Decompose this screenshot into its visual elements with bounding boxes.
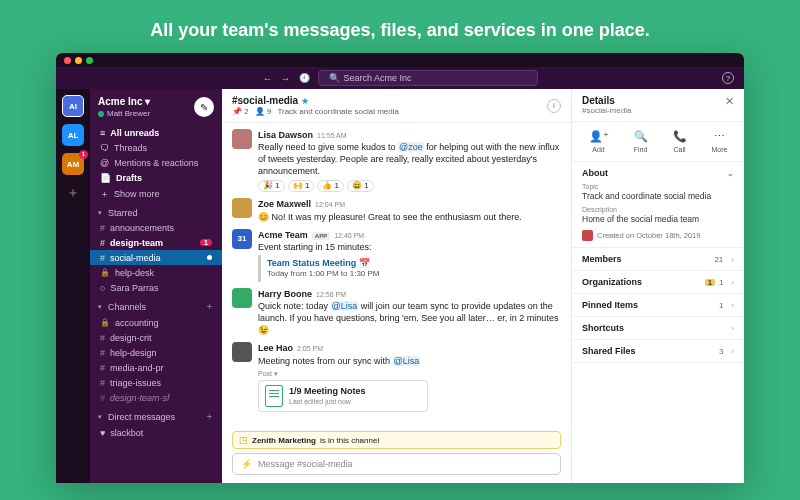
chevron-down-icon: ▾ <box>145 96 150 107</box>
search-input[interactable]: 🔍 Search Acme Inc <box>318 70 538 86</box>
details-title: Details <box>582 95 631 106</box>
drafts-icon: 📄 <box>100 173 111 183</box>
shared-files-row[interactable]: Shared Files3› <box>572 340 744 363</box>
app-window: ← → 🕘 🔍 Search Acme Inc ? AI AL AM1 ＋ Ac… <box>56 53 744 483</box>
minimize-window-button[interactable] <box>75 57 82 64</box>
description-value[interactable]: Home of the social media team <box>582 214 734 224</box>
author-name[interactable]: Zoe Maxwell <box>258 198 311 210</box>
author-name[interactable]: Acme Team <box>258 229 308 241</box>
event-time: Today from 1:00 PM to 1:30 PM <box>267 269 555 280</box>
workspace-acme[interactable]: AI <box>62 95 84 117</box>
channel-accounting[interactable]: 🔒accounting <box>90 315 222 330</box>
action-add[interactable]: 👤⁺Add <box>589 130 609 153</box>
add-dm-button[interactable]: ＋ <box>205 410 214 423</box>
reactions: 🎉 1 🙌 1 👍 1 😄 1 <box>258 180 561 193</box>
author-name[interactable]: Lisa Dawson <box>258 129 313 141</box>
nav-mentions[interactable]: @Mentions & reactions <box>90 155 222 170</box>
channel-triage-issues[interactable]: #triage-issues <box>90 375 222 390</box>
channel-topic-inline[interactable]: Track and coordinate social media <box>277 107 399 116</box>
reaction[interactable]: 👍 1 <box>317 180 344 193</box>
avatar[interactable] <box>232 288 252 308</box>
author-name[interactable]: Lee Hao <box>258 342 293 354</box>
mention[interactable]: @Lisa <box>393 356 421 366</box>
shortcuts-row[interactable]: Shortcuts› <box>572 317 744 340</box>
nav-show-more[interactable]: ＋Show more <box>90 185 222 203</box>
message: 31 Acme TeamAPP12:40 PM Event starting i… <box>232 229 561 282</box>
star-icon[interactable]: ★ <box>301 96 309 106</box>
nav-drafts[interactable]: 📄Drafts <box>90 170 222 185</box>
starred-design-team[interactable]: #design-team1 <box>90 235 222 250</box>
timestamp: 12:40 PM <box>334 231 364 240</box>
mention[interactable]: @Lisa <box>331 301 359 311</box>
mention[interactable]: @zoe <box>398 142 424 152</box>
shared-channel-notice[interactable]: ◳ Zenith Marketing is in this channel <box>232 431 561 449</box>
pinned-row[interactable]: Pinned Items1› <box>572 294 744 317</box>
avatar[interactable] <box>232 129 252 149</box>
team-switcher[interactable]: Acme Inc ▾ <box>98 96 150 107</box>
history-forward-button[interactable]: → <box>281 73 291 84</box>
member-count[interactable]: 👤 9 <box>255 107 272 116</box>
history-icon[interactable]: 🕘 <box>299 73 310 83</box>
close-details-button[interactable]: ✕ <box>725 95 734 108</box>
message-composer[interactable]: ⚡ Message #social-media <box>232 453 561 475</box>
starred-help-desk[interactable]: 🔒help-desk <box>90 265 222 280</box>
channel-help-design[interactable]: #help-design <box>90 345 222 360</box>
action-more[interactable]: ⋯More <box>712 130 728 153</box>
dm-slackbot[interactable]: ♥slackbot <box>90 425 222 440</box>
section-starred[interactable]: ▾Starred <box>90 203 222 220</box>
starred-announcements[interactable]: #announcements <box>90 220 222 235</box>
avatar[interactable] <box>232 342 252 362</box>
channel-media-and-pr[interactable]: #media-and-pr <box>90 360 222 375</box>
nav-threads[interactable]: 🗨Threads <box>90 140 222 155</box>
current-user[interactable]: Matt Brewer <box>98 109 150 118</box>
members-row[interactable]: Members21› <box>572 248 744 271</box>
search-icon: 🔍 <box>329 73 340 83</box>
file-attachment[interactable]: 1/9 Meeting Notes Last edited just now <box>258 380 428 412</box>
starred-sara-parras[interactable]: ○Sara Parras <box>90 280 222 295</box>
reaction[interactable]: 🙌 1 <box>288 180 315 193</box>
workspace-al[interactable]: AL <box>62 124 84 146</box>
organizations-row[interactable]: Organizations11› <box>572 271 744 294</box>
channel-info-button[interactable]: i <box>547 99 561 113</box>
action-call[interactable]: 📞Call <box>673 130 687 153</box>
topic-value[interactable]: Track and coordinate social media <box>582 191 734 201</box>
hash-icon: # <box>100 333 105 343</box>
maximize-window-button[interactable] <box>86 57 93 64</box>
avatar[interactable] <box>232 198 252 218</box>
close-window-button[interactable] <box>64 57 71 64</box>
message: Lisa Dawson11:55 AM Really need to give … <box>232 129 561 192</box>
creator-avatar[interactable] <box>582 230 593 241</box>
add-workspace-button[interactable]: ＋ <box>66 184 80 202</box>
shared-icon: ◳ <box>239 435 248 445</box>
channel-design-team-sf[interactable]: #design-team-sf <box>90 390 222 405</box>
about-toggle[interactable]: About⌄ <box>582 168 734 178</box>
pin-count[interactable]: 📌 2 <box>232 107 249 116</box>
sidebar: Acme Inc ▾ Matt Brewer ✎ ≡All unreads 🗨T… <box>90 89 222 483</box>
starred-social-media[interactable]: #social-media <box>90 250 222 265</box>
add-channel-button[interactable]: ＋ <box>205 300 214 313</box>
history-back-button[interactable]: ← <box>263 73 273 84</box>
chevron-right-icon: › <box>731 324 734 333</box>
attachment-label[interactable]: Post ▾ <box>258 369 561 378</box>
reaction[interactable]: 🎉 1 <box>258 180 285 193</box>
calendar-event[interactable]: Team Status Meeting📅 Today from 1:00 PM … <box>258 255 561 282</box>
lightning-icon[interactable]: ⚡ <box>241 459 252 469</box>
channel-name[interactable]: #social-media <box>232 95 298 106</box>
section-dms[interactable]: ▾Direct messages＋ <box>90 405 222 425</box>
mentions-icon: @ <box>100 158 109 168</box>
nav-all-unreads[interactable]: ≡All unreads <box>90 125 222 140</box>
workspace-am[interactable]: AM1 <box>62 153 84 175</box>
all-unreads-icon: ≡ <box>100 128 105 138</box>
chevron-right-icon: › <box>731 301 734 310</box>
lock-icon: 🔒 <box>100 268 110 277</box>
reaction[interactable]: 😄 1 <box>347 180 374 193</box>
compose-button[interactable]: ✎ <box>194 97 214 117</box>
message-text: Meeting notes from our sync with @Lisa <box>258 355 561 367</box>
author-name[interactable]: Harry Boone <box>258 288 312 300</box>
action-find[interactable]: 🔍Find <box>634 130 648 153</box>
threads-icon: 🗨 <box>100 143 109 153</box>
section-channels[interactable]: ▾Channels＋ <box>90 295 222 315</box>
channel-design-crit[interactable]: #design-crit <box>90 330 222 345</box>
help-button[interactable]: ? <box>722 72 734 84</box>
avatar[interactable]: 31 <box>232 229 252 249</box>
